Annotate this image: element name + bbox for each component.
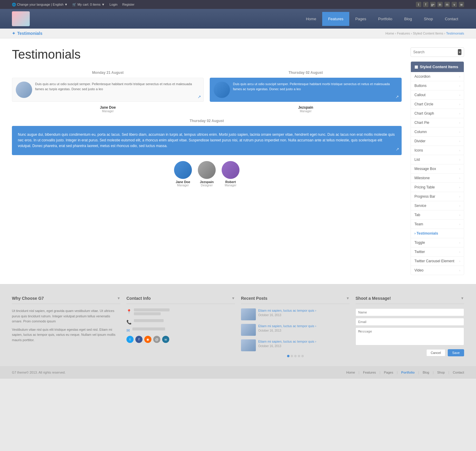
contact-email: ✉ [126,327,235,333]
testimonial-3: Thursday 02 August Nunc augue dui, biben… [12,119,402,155]
post-dot-4[interactable] [298,355,300,357]
contact-address: 📍 [126,308,235,316]
sidebar-item-icons[interactable]: Icons› [411,146,464,155]
login-link[interactable]: Login [109,3,118,6]
chevron-icon: › [459,223,460,226]
sidebar-item-accordion[interactable]: Accordion› [411,72,464,81]
facebook-social-icon[interactable]: f [135,336,143,343]
sidebar-item-toggle[interactable]: Toggle› [411,238,464,247]
chevron-icon: › [459,260,460,263]
widget-recent-posts-header: Recent Posts ▼ [241,293,350,304]
testimonial-1: Monday 21 August Duis quis arcu ut odio … [12,71,204,113]
cancel-button[interactable]: Cancel [426,349,445,356]
author-info-2: Jezspain Manager [298,104,313,113]
language-selector[interactable]: 🌐 Change your language | English ▼ [12,3,68,7]
footer-nav-home[interactable]: Home [346,371,355,374]
sidebar-item-pricing[interactable]: Pricing Table› [411,183,464,192]
nav-pages[interactable]: Pages [349,12,372,26]
sidebar-item-buttons[interactable]: Buttons› [411,81,464,90]
post-dot-1[interactable] [287,355,289,357]
sidebar-item-testimonials[interactable]: › Testimonials [411,229,464,238]
footer-nav-pages[interactable]: Pages [384,371,393,374]
content-area: Testimonials Monday 21 August Duis quis … [12,47,402,275]
chevron-down-icon[interactable]: ▼ [346,296,350,300]
avatar-item-1: Jane Doe Manager [174,161,192,187]
sidebar-item-callout[interactable]: Callout› [411,90,464,100]
name-input[interactable] [356,308,464,316]
message-input[interactable] [356,327,464,345]
sidebar-item-team[interactable]: Team› [411,220,464,229]
twitter-social-icon[interactable]: t [126,336,134,343]
post-dot-5[interactable] [301,355,304,357]
sidebar-item-video[interactable]: Video› [411,266,464,275]
post-pagination [241,355,350,357]
post-title-2[interactable]: Etiam mi sapien, luctus ac tempor quis › [258,324,316,328]
rss-social-icon[interactable]: ◉ [144,336,151,343]
nav-blog[interactable]: Blog [398,12,418,26]
search-button[interactable]: ✕ [458,49,461,55]
sidebar-item-message-box[interactable]: Message Box› [411,164,464,174]
sidebar-item-chart-circle[interactable]: Chart Circle› [411,100,464,109]
breadcrumb-styled[interactable]: Styled Content Items [413,32,443,35]
sidebar-item-twitter-carousel[interactable]: Twitter Carousel Element› [411,257,464,266]
sidebar-item-tab[interactable]: Tab› [411,210,464,220]
sidebar-item-chart-graph[interactable]: Chart Graph› [411,109,464,118]
post-title-3[interactable]: Etiam mi sapien, luctus ac tempor quis › [258,339,316,344]
wordpress-social-icon[interactable]: w [162,336,169,343]
contact-social-icons: t f ◉ @ w [126,336,235,343]
sidebar-item-column[interactable]: Column› [411,127,464,137]
email-social-icon[interactable]: @ [153,336,160,343]
chevron-icon: › [459,121,460,124]
post-thumb-1 [241,308,256,320]
sidebar-header-icon: ▦ [414,65,418,69]
twitter-icon[interactable]: t [416,2,421,7]
nav-shop[interactable]: Shop [418,12,439,26]
myspace-icon[interactable]: m [444,2,450,7]
nav-portfolio[interactable]: Portfolio [372,12,398,26]
register-link[interactable]: Register [122,3,134,6]
sidebar-item-divider[interactable]: Divider› [411,137,464,146]
share-icon-1[interactable]: ↗ [198,94,201,99]
save-button[interactable]: Save [448,349,464,356]
sidebar-item-list[interactable]: List› [411,155,464,164]
sidebar-item-milestone[interactable]: Milestone› [411,174,464,183]
search-box[interactable]: ✕ [411,47,464,57]
site-logo[interactable] [12,11,30,26]
share-icon-3[interactable]: ↗ [396,146,399,152]
phone-line [134,319,164,322]
breadcrumb-features[interactable]: Features [397,32,410,35]
post-dot-2[interactable] [291,355,293,357]
vimeo-icon[interactable]: v [452,2,457,7]
post-title-1[interactable]: Etiam mi sapien, luctus ac tempor quis › [258,308,316,313]
sidebar-item-chart-pie[interactable]: Chart Pie› [411,118,464,127]
search-input[interactable] [413,50,458,54]
linkedin-icon[interactable]: in [437,2,443,7]
nav-features[interactable]: Features [322,12,349,26]
footer-nav-shop[interactable]: Shop [437,371,445,374]
wordpress-icon[interactable]: w [459,2,464,7]
sidebar-item-service[interactable]: Service› [411,201,464,210]
footer-nav-portfolio[interactable]: Portfolio [401,371,415,374]
post-item-1: Etiam mi sapien, luctus ac tempor quis ›… [241,308,350,320]
chevron-down-icon[interactable]: ▼ [117,296,120,300]
sidebar-item-progress[interactable]: Progress Bar› [411,192,464,201]
footer-nav-features[interactable]: Features [363,371,376,374]
footer-nav: Home | Features | Pages | Portfolio | Bl… [346,371,464,374]
facebook-icon[interactable]: f [423,2,428,7]
chevron-down-icon[interactable]: ▼ [461,296,464,300]
share-icon-2[interactable]: ↗ [395,94,399,99]
footer-nav-blog[interactable]: Blog [423,371,429,374]
google-icon[interactable]: g+ [430,2,436,7]
email-line [132,327,165,330]
chevron-icon: › [459,149,460,152]
chevron-down-icon[interactable]: ▼ [231,296,235,300]
cart-link[interactable]: 🛒 My cart: 0 items ▼ [72,3,105,7]
breadcrumb-home[interactable]: Home [385,32,394,35]
post-dot-3[interactable] [294,355,297,357]
nav-home[interactable]: Home [300,12,322,26]
nav-contact[interactable]: Contact [439,12,464,26]
footer-nav-contact[interactable]: Contact [453,371,464,374]
address-line-1 [134,308,170,311]
sidebar-item-twitter[interactable]: Twitter› [411,247,464,257]
email-input[interactable] [356,318,464,326]
